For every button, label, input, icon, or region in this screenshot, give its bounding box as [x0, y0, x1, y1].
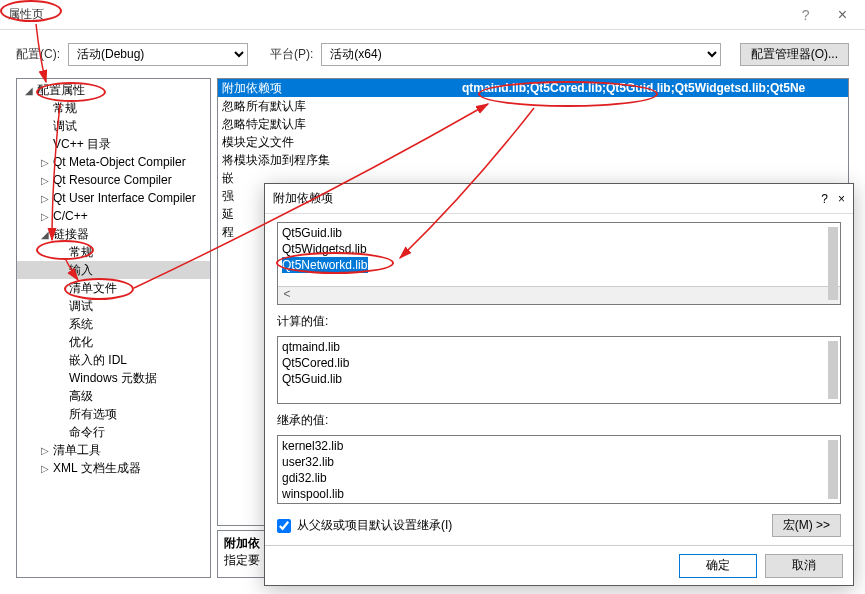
tree-item-label: 配置属性 [35, 82, 87, 99]
config-select[interactable]: 活动(Debug) [68, 43, 248, 66]
inherited-item: kernel32.lib [282, 438, 836, 454]
tree-item-label: 所有选项 [67, 406, 119, 423]
edit-line[interactable]: Qt5Networkd.lib [282, 257, 368, 273]
computed-list: qtmaind.libQt5Cored.libQt5Guid.lib [277, 336, 841, 405]
computed-label: 计算的值: [277, 313, 841, 330]
grid-key: 将模块添加到程序集 [222, 152, 462, 169]
modal-help-icon[interactable]: ? [821, 192, 828, 206]
grid-row[interactable]: 模块定义文件 [218, 133, 848, 151]
tree-item-label: 嵌入的 IDL [67, 352, 129, 369]
tree-item-label: 常规 [51, 100, 79, 117]
tree-item[interactable]: ▷Qt User Interface Compiler [17, 189, 210, 207]
config-label: 配置(C): [16, 46, 60, 63]
expander-icon[interactable]: ▷ [39, 193, 51, 204]
ok-button[interactable]: 确定 [679, 554, 757, 578]
tree-item[interactable]: 常规 [17, 243, 210, 261]
tree-item-label: Qt Resource Compiler [51, 173, 174, 187]
edit-list[interactable]: Qt5Guid.libQt5Widgetsd.libQt5Networkd.li… [277, 222, 841, 305]
expander-icon[interactable]: ▷ [39, 175, 51, 186]
tree-item[interactable]: ◢配置属性 [17, 81, 210, 99]
tree-view[interactable]: ◢配置属性常规调试VC++ 目录▷Qt Meta-Object Compiler… [16, 78, 211, 578]
tree-item-label: 调试 [67, 298, 95, 315]
inherited-item: user32.lib [282, 454, 836, 470]
expander-icon[interactable]: ▷ [39, 211, 51, 222]
inherited-list: kernel32.libuser32.libgdi32.libwinspool.… [277, 435, 841, 504]
inherited-item: winspool.lib [282, 486, 836, 502]
modal-close-icon[interactable]: × [838, 192, 845, 206]
tree-item[interactable]: VC++ 目录 [17, 135, 210, 153]
tree-item[interactable]: 常规 [17, 99, 210, 117]
tree-item-label: VC++ 目录 [51, 136, 113, 153]
expander-icon[interactable]: ▷ [39, 157, 51, 168]
tree-item[interactable]: ▷Qt Resource Compiler [17, 171, 210, 189]
tree-item-label: XML 文档生成器 [51, 460, 143, 477]
additional-deps-dialog: 附加依赖项 ? × Qt5Guid.libQt5Widgetsd.libQt5N… [264, 183, 854, 586]
tree-item[interactable]: 调试 [17, 117, 210, 135]
expander-icon[interactable]: ▷ [39, 463, 51, 474]
scroll-track[interactable] [296, 287, 822, 304]
tree-item[interactable]: ◢链接器 [17, 225, 210, 243]
platform-select[interactable]: 活动(x64) [321, 43, 721, 66]
tree-item-label: C/C++ [51, 209, 90, 223]
tree-item[interactable]: 清单文件 [17, 279, 210, 297]
close-icon[interactable]: × [828, 4, 857, 26]
tree-item[interactable]: 优化 [17, 333, 210, 351]
inherited-label: 继承的值: [277, 412, 841, 429]
inherited-scrollbar[interactable] [828, 440, 838, 499]
tree-item-label: 输入 [67, 262, 95, 279]
edit-scrollbar[interactable] [828, 227, 838, 300]
tree-item-label: Qt Meta-Object Compiler [51, 155, 188, 169]
tree-item[interactable]: ▷XML 文档生成器 [17, 459, 210, 477]
edit-line[interactable]: Qt5Widgetsd.lib [282, 241, 836, 257]
tree-item-label: 清单文件 [67, 280, 119, 297]
grid-key: 忽略特定默认库 [222, 116, 462, 133]
grid-row[interactable]: 忽略所有默认库 [218, 97, 848, 115]
tree-item[interactable]: 命令行 [17, 423, 210, 441]
tree-item-label: 调试 [51, 118, 79, 135]
tree-item[interactable]: 调试 [17, 297, 210, 315]
tree-item-label: 高级 [67, 388, 95, 405]
tree-item[interactable]: 所有选项 [17, 405, 210, 423]
computed-item: Qt5Cored.lib [282, 355, 836, 371]
grid-value: qtmaind.lib;Qt5Cored.lib;Qt5Guid.lib;Qt5… [462, 81, 844, 95]
macro-button[interactable]: 宏(M) >> [772, 514, 841, 537]
tree-item[interactable]: ▷Qt Meta-Object Compiler [17, 153, 210, 171]
computed-item: qtmaind.lib [282, 339, 836, 355]
expander-icon[interactable]: ▷ [39, 445, 51, 456]
tree-item-label: 命令行 [67, 424, 107, 441]
tree-item[interactable]: 高级 [17, 387, 210, 405]
cancel-button[interactable]: 取消 [765, 554, 843, 578]
inherit-checkbox-label[interactable]: 从父级或项目默认设置继承(I) [297, 517, 452, 534]
modal-title: 附加依赖项 [273, 190, 333, 207]
tree-item[interactable]: 输入 [17, 261, 210, 279]
expander-icon[interactable]: ◢ [23, 85, 35, 96]
help-icon[interactable]: ? [794, 5, 818, 25]
tree-item[interactable]: ▷C/C++ [17, 207, 210, 225]
tree-item[interactable]: 系统 [17, 315, 210, 333]
tree-item[interactable]: ▷清单工具 [17, 441, 210, 459]
tree-item-label: 优化 [67, 334, 95, 351]
inherit-checkbox[interactable] [277, 519, 291, 533]
edit-line[interactable]: Qt5Guid.lib [282, 225, 836, 241]
tree-item-label: 常规 [67, 244, 95, 261]
computed-scrollbar[interactable] [828, 341, 838, 400]
platform-label: 平台(P): [270, 46, 313, 63]
config-manager-button[interactable]: 配置管理器(O)... [740, 43, 849, 66]
grid-key: 忽略所有默认库 [222, 98, 462, 115]
tree-item[interactable]: Windows 元数据 [17, 369, 210, 387]
grid-row[interactable]: 将模块添加到程序集 [218, 151, 848, 169]
tree-item[interactable]: 嵌入的 IDL [17, 351, 210, 369]
grid-key: 模块定义文件 [222, 134, 462, 151]
computed-item: Qt5Guid.lib [282, 371, 836, 387]
window-title: 属性页 [8, 6, 44, 23]
tree-item-label: 链接器 [51, 226, 91, 243]
scroll-left-icon[interactable]: < [278, 287, 296, 304]
grid-row[interactable]: 忽略特定默认库 [218, 115, 848, 133]
tree-item-label: 清单工具 [51, 442, 103, 459]
inherited-item: gdi32.lib [282, 470, 836, 486]
tree-item-label: 系统 [67, 316, 95, 333]
expander-icon[interactable]: ◢ [39, 229, 51, 240]
tree-item-label: Qt User Interface Compiler [51, 191, 198, 205]
grid-row[interactable]: 附加依赖项qtmaind.lib;Qt5Cored.lib;Qt5Guid.li… [218, 79, 848, 97]
grid-key: 附加依赖项 [222, 80, 462, 97]
